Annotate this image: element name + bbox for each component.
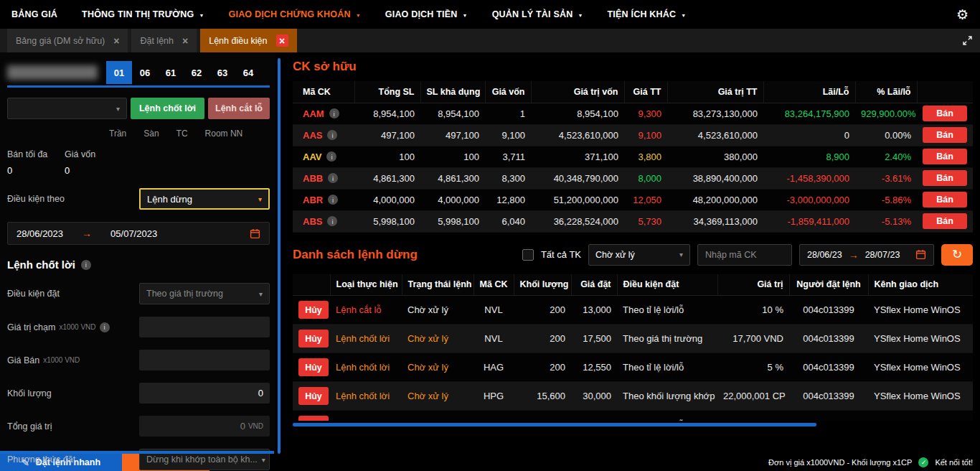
stock-code[interactable]: ABB <box>303 173 323 184</box>
tab[interactable]: Lệnh điều kiện× <box>200 29 296 52</box>
stop-date-range-picker[interactable]: 28/06/23 → 28/07/23 <box>799 244 934 266</box>
info-icon[interactable]: i <box>329 108 339 118</box>
total-value: 0 <box>240 421 245 432</box>
stock-code-input[interactable] <box>697 244 792 266</box>
sell-button[interactable]: Bán <box>923 149 967 164</box>
calendar-icon[interactable] <box>915 249 926 260</box>
cost-price-label: Giá vốn <box>65 149 122 159</box>
trigger-price-row: Giá trị chạm x1000 VND i <box>7 317 270 337</box>
status-filter-select[interactable]: Chờ xử lý ▾ <box>588 244 690 266</box>
date-from[interactable]: 28/06/2023 <box>17 228 63 239</box>
panel-divider-scrollbar[interactable] <box>278 58 281 454</box>
account-number-redacted[interactable] <box>7 65 98 80</box>
column-header: SL khả dụng <box>420 81 485 103</box>
cost-value-cell: 371,100 <box>531 146 624 167</box>
info-icon[interactable]: i <box>326 151 336 162</box>
condition-type-select[interactable]: Lệnh dừng ▾ <box>139 188 270 210</box>
cancel-cell: Hủy <box>293 325 330 353</box>
horizontal-scrollbar[interactable] <box>0 451 274 454</box>
pnl-pct-cell: 2.40% <box>855 146 917 167</box>
info-icon[interactable]: i <box>328 173 338 183</box>
column-header: Người đặt lệnh <box>789 274 868 296</box>
order-condition-select[interactable]: Theo giá thị trường ▾ <box>139 283 270 304</box>
cancel-button[interactable]: Hủy <box>298 416 329 421</box>
total-value-label: Tổng giá trị <box>7 421 52 432</box>
stock-code[interactable]: ABR <box>303 195 323 205</box>
sub-account-tab[interactable]: 01 <box>106 61 132 84</box>
close-icon[interactable]: × <box>182 36 188 46</box>
channel-cell: YSflex Home WinOS <box>868 382 973 411</box>
pnl-pct-cell: -5.86% <box>855 189 917 210</box>
refresh-button[interactable]: ↻ <box>941 244 973 266</box>
connection-ok-icon: ✓ <box>918 457 928 467</box>
sub-account-tab[interactable]: 62 <box>184 61 209 84</box>
cancel-button[interactable]: Hủy <box>298 301 329 319</box>
sub-account-tab[interactable]: 64 <box>235 61 261 84</box>
condition-cell: Theo khối lượng khớp <box>617 382 717 411</box>
calendar-icon[interactable] <box>250 228 260 239</box>
close-icon[interactable]: × <box>113 36 119 46</box>
account-row: 010661626364 <box>7 61 270 84</box>
sub-account-tab[interactable]: 63 <box>209 61 235 84</box>
holdings-row: AAMi8,954,1008,954,10018,954,1009,30083,… <box>293 103 973 124</box>
sell-button[interactable]: Bán <box>923 192 967 207</box>
settings-gear-icon[interactable]: ⚙ <box>956 8 969 22</box>
quantity-input[interactable] <box>139 383 270 404</box>
cancel-button[interactable]: Hủy <box>298 387 329 405</box>
stop-date-from[interactable]: 28/06/23 <box>807 250 842 260</box>
stock-code[interactable]: AAS <box>303 130 322 141</box>
close-icon[interactable]: × <box>276 34 288 47</box>
connection-status: Kết nối tốt! <box>935 458 973 467</box>
sell-cell: Bán <box>917 167 973 189</box>
qty-cell: 15,600 <box>514 382 571 411</box>
sell-button[interactable]: Bán <box>923 106 967 121</box>
market-value-cell: 38,890,400,000 <box>667 167 763 189</box>
total-value-box: 0 VND <box>139 416 270 437</box>
expand-icon[interactable] <box>962 35 973 46</box>
section-title: Lệnh chốt lời <box>7 258 75 271</box>
stock-code[interactable]: AAM <box>303 108 324 119</box>
nav-item-label: GIAO DỊCH TIỀN <box>385 9 458 19</box>
nav-item-label: TIỆN ÍCH KHÁC <box>608 9 677 19</box>
right-panel: CK sở hữu Mã CKTổng SLSL khả dụngGiá vốn… <box>281 52 980 454</box>
take-profit-button[interactable]: Lệnh chốt lời <box>131 98 204 119</box>
sell-button[interactable]: Bán <box>923 170 967 186</box>
stop-order-row: HủyLệnh chốt lờiChờ xử lýCEO22,900MTLThe… <box>293 411 973 421</box>
symbol-select[interactable]: ▾ <box>7 98 127 119</box>
total-qty-cell: 4,000,000 <box>354 189 420 210</box>
sell-button[interactable]: Bán <box>923 213 967 229</box>
cancel-button[interactable]: Hủy <box>298 358 329 376</box>
sub-account-tab[interactable]: 61 <box>158 61 184 84</box>
nav-item[interactable]: GIAO DỊCH CHỨNG KHOÁN▼ <box>229 9 361 19</box>
info-icon[interactable]: i <box>327 130 337 140</box>
stock-code-wrap: ABRi <box>303 195 349 205</box>
stop-loss-button[interactable]: Lệnh cắt lỗ <box>208 98 270 119</box>
stock-code[interactable]: AAV <box>303 151 321 162</box>
tab[interactable]: Đặt lệnh× <box>131 29 197 52</box>
nav-item[interactable]: THÔNG TIN THỊ TRƯỜNG▼ <box>82 9 204 19</box>
info-icon[interactable]: i <box>328 195 338 205</box>
info-icon[interactable]: i <box>100 322 110 332</box>
date-to[interactable]: 05/07/2023 <box>110 228 157 239</box>
nav-item[interactable]: TIỆN ÍCH KHÁC▼ <box>608 9 687 19</box>
info-icon[interactable]: i <box>327 216 337 226</box>
sell-button[interactable]: Bán <box>923 127 967 143</box>
market-value-cell: 380,000 <box>667 146 763 167</box>
nav-item[interactable]: BẢNG GIÁ <box>11 9 57 19</box>
cancel-button[interactable]: Hủy <box>298 330 329 348</box>
stock-code[interactable]: ABS <box>303 216 322 227</box>
column-header: Điều kiện đặt <box>617 274 717 296</box>
market-value-cell: 34,369,113,000 <box>667 210 763 232</box>
nav-item[interactable]: QUẢN LÝ TÀI SẢN▼ <box>492 9 583 19</box>
info-icon[interactable]: i <box>81 260 91 270</box>
all-accounts-checkbox[interactable] <box>522 249 534 261</box>
nav-item[interactable]: GIAO DỊCH TIỀN▼ <box>385 9 468 19</box>
date-range-picker[interactable]: 28/06/2023 → 05/07/2023 <box>7 222 270 245</box>
tab[interactable]: Bảng giá (DM sở hữu)× <box>7 29 128 52</box>
sell-price-unit: x1000 VND <box>43 356 80 364</box>
sub-account-tab[interactable]: 06 <box>132 61 158 84</box>
sell-price-input[interactable] <box>139 350 270 370</box>
stop-date-to[interactable]: 28/07/23 <box>865 250 900 260</box>
horizontal-scrollbar[interactable] <box>293 423 816 426</box>
trigger-price-input[interactable] <box>139 317 270 337</box>
